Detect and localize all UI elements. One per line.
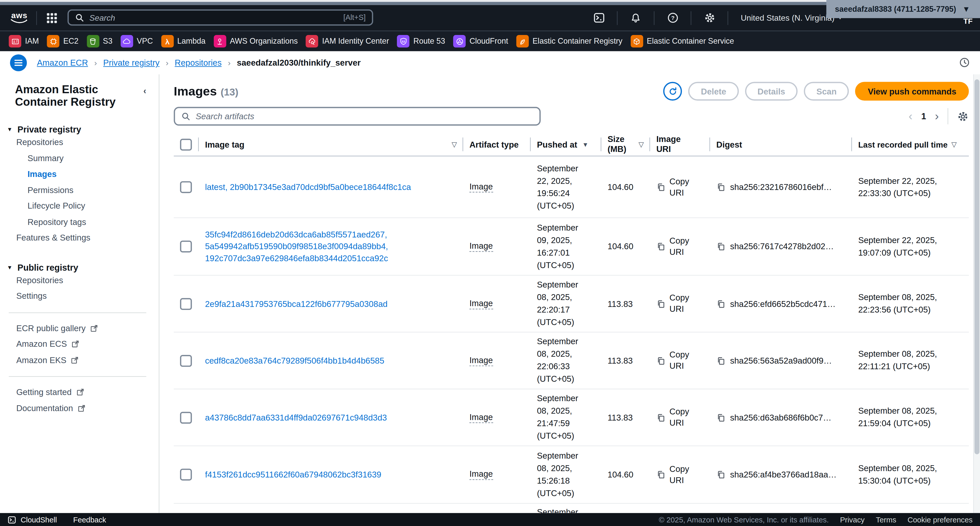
refresh-button[interactable] (663, 82, 682, 101)
favorites-item-iam-identity-center[interactable]: IAM Identity Center (306, 35, 389, 48)
image-tag-link[interactable]: 35fc94f2d8616deb20d63dca6ab85f5571aed267… (205, 229, 457, 264)
global-search-input[interactable]: Search [Alt+S] (67, 10, 373, 26)
sidebar-item-repository-tags[interactable]: Repository tags (0, 214, 159, 230)
help-icon[interactable]: ? (661, 12, 684, 24)
services-grid-icon[interactable] (47, 13, 57, 23)
image-tag-link[interactable]: 2e9fa21a4317953765bca122f6b677795a0308ad (205, 298, 388, 310)
pagination-page-1[interactable]: 1 (921, 111, 926, 121)
sidebar-item-summary[interactable]: Summary (0, 150, 159, 166)
favorites-item-s3[interactable]: S3 (87, 35, 112, 48)
image-tag-link[interactable]: latest, 2b90b17345e3ad70dcd9bf5a0bece186… (205, 181, 411, 193)
sidebar-item-public-settings[interactable]: Settings (0, 288, 159, 304)
settings-gear-icon[interactable] (697, 12, 721, 24)
copy-icon[interactable] (716, 413, 726, 422)
favorites-item-route-53[interactable]: 53 Route 53 (397, 35, 445, 48)
account-menu[interactable]: saeedafzal8383 (4711-1285-7795) ▼ (826, 0, 980, 18)
row-checkbox[interactable] (180, 181, 192, 193)
pagination-next-icon[interactable]: › (935, 109, 939, 123)
column-header-image-uri[interactable]: Image URI (650, 133, 710, 156)
copy-icon[interactable] (716, 356, 726, 365)
last-pull-value: September 08, 2025, 22:11:21 (UTC+05) (858, 348, 952, 373)
copy-icon[interactable] (716, 242, 726, 251)
copy-icon[interactable] (716, 470, 726, 479)
favorites-item-aws-organizations[interactable]: AWS Organizations (213, 35, 298, 48)
copy-icon[interactable] (716, 299, 726, 308)
row-checkbox[interactable] (180, 355, 192, 366)
delete-button[interactable]: Delete (688, 82, 739, 101)
copy-uri-button[interactable]: Copy URI (650, 446, 710, 503)
svg-text:?: ? (671, 15, 674, 21)
notifications-bell-icon[interactable] (624, 12, 648, 24)
copy-uri-button[interactable]: Copy URI (650, 218, 710, 275)
feedback-link[interactable]: Feedback (73, 515, 106, 524)
copy-uri-button[interactable]: Copy URI (650, 332, 710, 389)
search-artifacts-input[interactable]: Search artifacts (174, 107, 541, 126)
last-pull-value: September 08, 2025, 22:23:56 (UTC+05) (858, 291, 952, 316)
favorites-item-ecs[interactable]: Elastic Container Service (631, 35, 734, 48)
sidebar-item-lifecycle-policy[interactable]: Lifecycle Policy (0, 198, 159, 214)
privacy-link[interactable]: Privacy (840, 515, 865, 524)
copy-uri-button[interactable]: Copy URI (650, 157, 710, 217)
region-selector[interactable]: United States (N. Virginia) (741, 13, 834, 22)
column-header-artifact-type[interactable]: Artifact type (463, 133, 530, 156)
digest-value: sha256:d63ab686f6b0c7… (730, 413, 831, 422)
sidebar-link-documentation[interactable]: Documentation (0, 400, 159, 416)
sidebar-item-repositories[interactable]: Repositories (0, 134, 159, 150)
copy-uri-button[interactable]: Copy URI (650, 275, 710, 332)
favorites-item-ec2[interactable]: EC2 (47, 35, 78, 48)
table-preferences-gear-icon[interactable] (957, 110, 969, 122)
column-header-digest[interactable]: Digest (710, 133, 852, 156)
column-header-image-tag[interactable]: Image tag ▽ (199, 133, 463, 156)
view-push-commands-button[interactable]: View push commands (855, 82, 969, 101)
favorites-item-ecr[interactable]: Elastic Container Registry (516, 35, 622, 48)
last-pull-value: September 08, 2025, 21:59:04 (UTC+05) (858, 405, 952, 430)
row-checkbox[interactable] (180, 412, 192, 423)
copy-icon[interactable] (716, 183, 726, 192)
filter-icon[interactable]: ▽ (452, 140, 457, 148)
history-icon[interactable] (959, 57, 970, 68)
select-all-header[interactable] (174, 133, 199, 156)
breadcrumb-amazon-ecr[interactable]: Amazon ECR (37, 58, 88, 68)
row-checkbox[interactable] (180, 240, 192, 252)
row-checkbox[interactable] (180, 298, 192, 310)
favorites-item-vpc[interactable]: VPC (121, 35, 153, 48)
cloudshell-icon[interactable] (587, 12, 611, 24)
filter-icon[interactable]: ▽ (951, 140, 957, 148)
breadcrumb-repositories[interactable]: Repositories (175, 58, 222, 68)
sidebar-section-public-registry[interactable]: ▼ Public registry (0, 262, 159, 272)
aws-logo[interactable]: aws (9, 11, 30, 24)
vertical-scrollbar[interactable] (973, 74, 980, 513)
select-all-checkbox[interactable] (180, 138, 192, 150)
side-menu-toggle[interactable] (10, 54, 27, 71)
image-tag-link[interactable]: f4153f261dcc9511662f60a67948062bc3f31639 (205, 469, 381, 480)
scan-button[interactable]: Scan (804, 82, 849, 101)
terms-link[interactable]: Terms (876, 515, 896, 524)
cloudshell-footer-button[interactable]: CloudShell (7, 515, 57, 524)
sidebar-item-public-repositories[interactable]: Repositories (0, 272, 159, 288)
column-header-size[interactable]: Size (MB) ▽ (601, 133, 650, 156)
pagination-prev-icon[interactable]: ‹ (908, 109, 912, 123)
favorites-item-cloudfront[interactable]: CloudFront (453, 35, 508, 48)
sidebar-item-permissions[interactable]: Permissions (0, 182, 159, 198)
sidebar-link-getting-started[interactable]: Getting started (0, 384, 159, 400)
copy-uri-button[interactable]: Copy URI (650, 389, 710, 446)
row-checkbox[interactable] (180, 469, 192, 480)
column-header-pushed-at[interactable]: Pushed at ▼ (531, 133, 601, 156)
sidebar-item-images[interactable]: Images (0, 166, 159, 182)
breadcrumb-private-registry[interactable]: Private registry (103, 58, 159, 68)
sidebar-collapse-icon[interactable]: ‹ (143, 86, 146, 95)
sidebar-section-private-registry[interactable]: ▼ Private registry (0, 124, 159, 134)
image-tag-link[interactable]: cedf8ca20e83a764c79289f506f4bb1b4d4b6585 (205, 355, 384, 366)
favorites-item-iam[interactable]: IAM (9, 35, 39, 48)
column-header-last-pull[interactable]: Last recorded pull time ▽ (852, 133, 969, 156)
sidebar-link-amazon-eks[interactable]: Amazon EKS (0, 352, 159, 368)
filter-icon[interactable]: ▽ (638, 140, 644, 148)
cookie-preferences-link[interactable]: Cookie preferences (907, 515, 973, 524)
sidebar-link-amazon-ecs[interactable]: Amazon ECS (0, 336, 159, 352)
scrollbar-thumb[interactable] (974, 79, 980, 454)
details-button[interactable]: Details (745, 82, 798, 101)
favorites-item-lambda[interactable]: Lambda (161, 35, 205, 48)
sidebar-link-ecr-public-gallery[interactable]: ECR public gallery (0, 320, 159, 336)
image-tag-link[interactable]: a43786c8dd7aa6331d4ff9da02697671c948d3d3 (205, 412, 387, 423)
sidebar-item-features-settings[interactable]: Features & Settings (0, 230, 159, 246)
